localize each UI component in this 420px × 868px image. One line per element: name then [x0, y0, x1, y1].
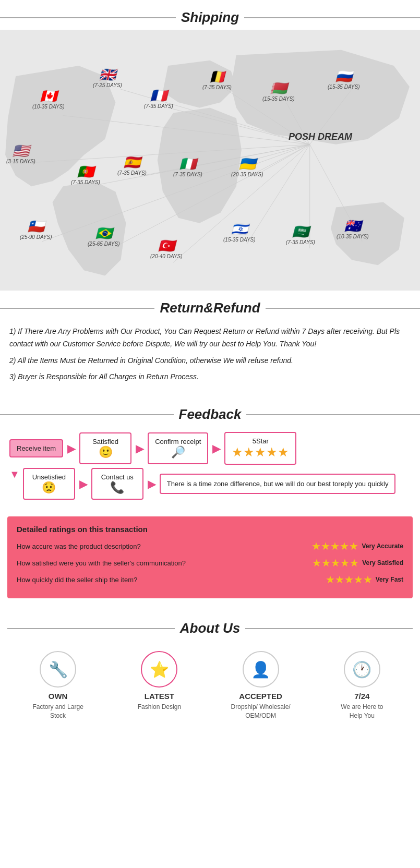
satisfied-box: Satisfied 🙂: [79, 432, 131, 464]
arrow-4: ▶: [79, 478, 87, 490]
arrow-3: ▶: [212, 442, 220, 455]
stars-display: ★★★★★: [232, 445, 289, 460]
five-star-label: 5Star: [232, 437, 289, 445]
about-accepted: 👤 ACCEPTED Dropship/ Wholesale/ OEM/ODM: [219, 651, 303, 720]
feedback-section: Feedback Receive item ▶ Satisfied 🙂 ▶ Co…: [0, 397, 420, 509]
posh-dream-label: POSH DREAM: [289, 131, 352, 142]
return-point-1: 1) If There Are Any Problems with Our Pr…: [9, 326, 411, 351]
about-us-icons: 🔧 OWN Factory and Large Stock ⭐ LATEST F…: [7, 651, 413, 720]
rating-right-1: ★★★★★ Very Accurate: [311, 540, 403, 552]
flag-belarus: 🇧🇾 (15-35 DAYS): [262, 81, 295, 102]
return-refund-title: Return&Refund: [0, 291, 420, 320]
about-us-section: About Us 🔧 OWN Factory and Large Stock ⭐…: [0, 606, 420, 733]
own-icon: 🔧: [49, 660, 68, 679]
724-icon-circle: 🕐: [344, 651, 380, 688]
shipping-title: Shipping: [0, 0, 420, 30]
flag-turkey: 🇹🇷 (20-40 DAYS): [150, 238, 183, 259]
flag-belgium: 🇧🇪 (7-35 DAYS): [202, 69, 232, 90]
five-star-box: 5Star ★★★★★: [224, 432, 296, 465]
own-title: OWN: [49, 692, 68, 701]
return-point-2: 2) All the Items Must be Returned in Ori…: [9, 355, 411, 367]
unsetisfied-box: Unsetisfied 😟: [23, 468, 75, 500]
flag-usa: 🇺🇸 (3-15 DAYS): [6, 143, 35, 164]
about-us-title: About Us: [7, 611, 413, 641]
satisfied-emoji: 🙂: [87, 445, 124, 459]
arrow-2: ▶: [136, 442, 143, 455]
own-icon-circle: 🔧: [40, 651, 76, 688]
own-sub: Factory and Large Stock: [32, 703, 83, 720]
receive-item-label: Receive item: [17, 444, 56, 452]
accepted-sub: Dropship/ Wholesale/ OEM/ODM: [231, 703, 291, 720]
latest-icon-circle: ⭐: [141, 651, 177, 688]
latest-icon: ⭐: [150, 660, 169, 679]
rating-right-2: ★★★★★ Very Satisfied: [312, 557, 403, 569]
stars-3: ★★★★★: [326, 573, 373, 586]
flag-france: 🇫🇷 (7-35 DAYS): [144, 88, 173, 109]
rating-row-3: How quickly did the seller ship the item…: [17, 573, 403, 586]
flag-uk: 🇬🇧 (7-25 DAYS): [93, 67, 122, 88]
feedback-lower-row: Unsetisfied 😟 ▶ Contact us 📞 ▶ There is …: [23, 468, 396, 500]
ratings-section: Detailed ratings on this transaction How…: [7, 516, 413, 598]
return-refund-section: Return&Refund 1) If There Are Any Proble…: [0, 291, 420, 397]
receive-item-box: Receive item: [9, 439, 63, 457]
rating-question-1: How accure was the product description?: [17, 542, 141, 550]
flag-spain: 🇪🇸 (7-35 DAYS): [117, 155, 147, 176]
flag-russia: 🇷🇺 (15-35 DAYS): [328, 69, 360, 90]
contact-emoji: 📞: [99, 481, 136, 495]
contact-us-box: Contact us 📞: [91, 468, 143, 500]
rating-question-2: How satisfied were you with the seller's…: [17, 559, 186, 567]
rating-right-3: ★★★★★ Very Fast: [326, 573, 403, 586]
flag-australia: 🇦🇺 (10-35 DAYS): [337, 219, 369, 239]
down-arrow: ▼: [9, 469, 20, 479]
rating-label-1: Very Accurate: [362, 542, 403, 550]
accepted-title: ACCEPTED: [239, 692, 282, 701]
accepted-icon-circle: 👤: [243, 651, 279, 688]
flag-saudi: 🇸🇦 (7-35 DAYS): [286, 224, 315, 245]
confirm-emoji: 🔎: [155, 445, 201, 459]
return-point-3: 3) Buyer is Responsible for All Charges …: [9, 371, 411, 383]
flag-italy: 🇮🇹 (7-35 DAYS): [173, 156, 202, 177]
unsetisfied-label: Unsetisfied: [30, 473, 68, 481]
rating-label-3: Very Fast: [376, 576, 403, 583]
about-724: 🕐 7/24 We are Here to Help You: [320, 651, 404, 720]
flag-brazil: 🇧🇷 (25-65 DAYS): [88, 226, 120, 247]
feedback-upper-row: Receive item ▶ Satisfied 🙂 ▶ Confirm rec…: [9, 432, 411, 465]
rating-label-2: Very Satisfied: [362, 559, 403, 566]
confirm-receipt-box: Confirm receipt 🔎: [148, 432, 208, 464]
stars-1: ★★★★★: [311, 540, 358, 552]
unset-emoji: 😟: [30, 481, 68, 495]
ratings-title: Detailed ratings on this transaction: [17, 525, 403, 534]
flag-israel: 🇮🇱 (15-35 DAYS): [223, 222, 256, 243]
accepted-icon: 👤: [251, 660, 270, 679]
latest-title: LATEST: [145, 692, 174, 701]
rating-row-2: How satisfied were you with the seller's…: [17, 557, 403, 569]
shipping-section: Shipping: [0, 0, 420, 291]
arrow-5: ▶: [148, 478, 155, 490]
724-title: 7/24: [354, 692, 369, 701]
confirm-receipt-label: Confirm receipt: [155, 438, 201, 445]
satisfied-label: Satisfied: [87, 438, 124, 445]
latest-sub: Fashion Design: [138, 703, 181, 712]
724-icon: 🕐: [352, 660, 371, 679]
flag-canada: 🇨🇦 (10-35 DAYS): [32, 89, 65, 110]
feedback-content: Receive item ▶ Satisfied 🙂 ▶ Confirm rec…: [0, 427, 420, 509]
rating-row-1: How accure was the product description? …: [17, 540, 403, 552]
flag-ukraine: 🇺🇦 (20-35 DAYS): [231, 156, 263, 177]
return-refund-content: 1) If There Are Any Problems with Our Pr…: [0, 320, 420, 397]
flag-portugal: 🇵🇹 (7-35 DAYS): [71, 164, 100, 185]
724-sub: We are Here to Help You: [341, 703, 383, 720]
message-box: There is a time zone difference, but we …: [160, 474, 396, 495]
arrow-1: ▶: [67, 442, 75, 455]
about-latest: ⭐ LATEST Fashion Design: [117, 651, 201, 720]
flag-chile: 🇨🇱 (25-90 DAYS): [20, 219, 52, 240]
contact-us-label: Contact us: [99, 473, 136, 481]
about-own: 🔧 OWN Factory and Large Stock: [16, 651, 100, 720]
feedback-title: Feedback: [0, 397, 420, 427]
shipping-map: 🇨🇦 (10-35 DAYS) 🇬🇧 (7-25 DAYS) 🇫🇷 (7-35 …: [0, 30, 420, 291]
stars-2: ★★★★★: [312, 557, 359, 569]
rating-question-3: How quickly did the seller ship the item…: [17, 576, 137, 584]
